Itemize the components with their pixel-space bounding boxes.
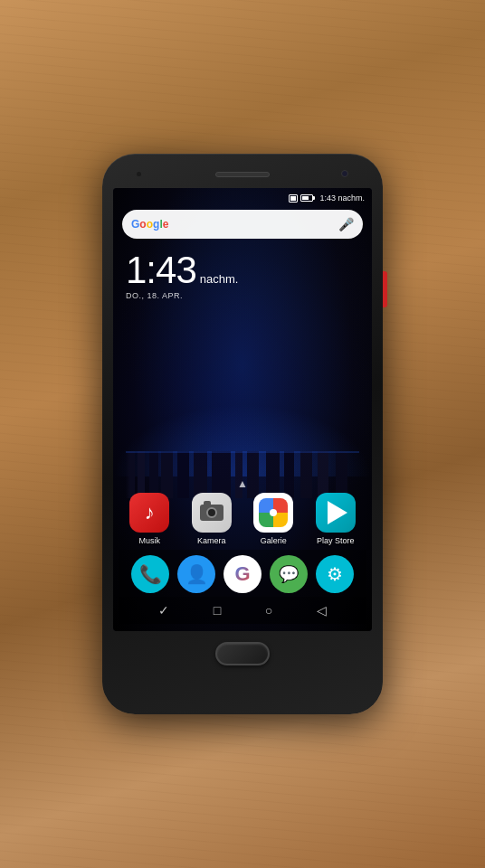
dock-messages[interactable]: 💬 [270,555,308,593]
dock-contacts[interactable]: 👤 [177,555,215,593]
clock-row: 1:43 nachm. [126,251,238,289]
app-musik-label: Musik [138,536,160,546]
app-musik[interactable]: ♪ Musik [122,493,176,546]
clock-area: 1:43 nachm. DO., 18. APR. [113,242,372,300]
status-time: 1:43 nachm. [319,193,365,203]
dock-google[interactable]: G [223,555,262,593]
music-note-icon: ♪ [145,501,155,524]
pinwheel-icon [259,498,288,527]
app-galerie-label: Galerie [261,536,287,546]
clock-date: DO., 18. APR. [126,291,183,300]
kamera-icon [192,493,232,533]
app-kamera-label: Kamera [197,536,226,546]
phone-top-bar [109,165,376,184]
messages-icon: 💬 [279,564,299,584]
phone-speaker [215,172,270,177]
phone-sensor [137,172,141,176]
dock-settings[interactable]: ⚙ [316,555,354,593]
phone-device: 1:43 nachm. Google 🎤 1:43 nachm. DO., 18… [102,154,383,714]
play-triangle-icon [328,501,347,524]
app-galerie[interactable]: Galerie [246,493,300,546]
nav-bar: ✓ □ ○ ◁ [119,597,366,624]
dock-row: 📞 👤 G 💬 ⚙ [119,550,366,597]
drawer-arrow-icon: ▲ [237,477,248,490]
battery-fill [302,196,309,200]
clock-period: nachm. [200,272,239,286]
google-logo: Google [131,218,168,231]
camera-lens-icon [206,507,217,518]
camera-body-icon [200,505,223,521]
status-bar: 1:43 nachm. [113,188,372,206]
settings-gear-icon: ⚙ [327,563,343,585]
phone-bottom [109,631,376,676]
galerie-icon [253,493,293,533]
app-row-main: ♪ Musik Kamera [119,493,366,546]
app-kamera[interactable]: Kamera [185,493,239,546]
google-search-bar[interactable]: Google 🎤 [122,210,363,239]
battery-icon [300,194,313,202]
musik-icon: ♪ [129,493,169,533]
nav-home-icon[interactable]: ○ [265,603,272,618]
status-icons: 1:43 nachm. [289,193,365,203]
battery-body [300,194,313,202]
app-playstore-label: Play Store [317,536,355,546]
nav-menu-icon[interactable]: ✓ [158,603,169,618]
nav-recents-icon[interactable]: □ [214,603,221,618]
contacts-icon: 👤 [185,563,208,585]
dock-phone[interactable]: 📞 [131,555,169,593]
home-button[interactable] [215,642,270,665]
google-app-icon: G [234,562,250,586]
app-playstore[interactable]: Play Store [309,493,363,546]
app-grid-area: ▲ ♪ Musik Kamera [113,300,372,631]
nav-back-icon[interactable]: ◁ [317,603,327,618]
signal-icon [289,194,298,203]
microphone-icon[interactable]: 🎤 [338,217,354,231]
phone-camera [341,170,348,177]
playstore-icon [316,493,356,533]
drawer-handle[interactable]: ▲ [119,475,366,493]
phone-screen: 1:43 nachm. Google 🎤 1:43 nachm. DO., 18… [113,188,372,631]
clock-time: 1:43 [126,251,196,289]
phone-call-icon: 📞 [139,563,162,585]
